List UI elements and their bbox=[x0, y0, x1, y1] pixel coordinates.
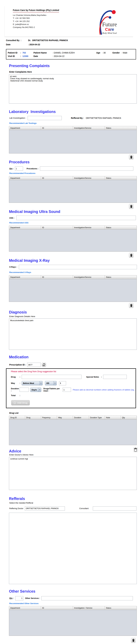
lab-clear-button[interactable] bbox=[129, 155, 134, 160]
patient-bar-row-2: Visit ID : 12399 Date : 2024-04-22 bbox=[8, 55, 134, 58]
advice-textarea[interactable]: continue current mgt bbox=[9, 457, 137, 490]
referring-doctor-input[interactable] bbox=[25, 506, 65, 510]
recommended-other-services-link[interactable]: Recommended Other Services bbox=[9, 602, 38, 604]
section-heading-laboratory-investigations: Laboratory Investigations bbox=[9, 110, 139, 114]
column-header-duration-type: Duration Type bbox=[89, 416, 105, 420]
company-phone-2: T: +24 84 225 252 bbox=[13, 20, 59, 23]
other-services-qty-input[interactable] bbox=[15, 596, 23, 600]
way-row: Way : Before Meal ▼ OD ▼ bbox=[11, 381, 136, 385]
visit-id-value: 12399 bbox=[22, 55, 28, 58]
frequency-select[interactable]: OD ▼ bbox=[45, 381, 57, 385]
consulted-by-label: Consulted By : bbox=[6, 39, 28, 42]
drug-list-delete-button[interactable] bbox=[133, 447, 138, 452]
complaints-label: Enter Complaints Here bbox=[9, 71, 139, 73]
other-services-qty-label: Qty : bbox=[9, 597, 14, 599]
recommended-lab-testings-link[interactable]: Recommended Lab Testings bbox=[9, 122, 36, 124]
procedures-table-body bbox=[9, 180, 136, 202]
xray-clear-button[interactable] bbox=[129, 303, 134, 308]
duration-label: Duration : bbox=[11, 388, 20, 392]
meal-timing-value: Before Meal bbox=[22, 381, 39, 385]
company-phone-1: T: +24 82 593 593 bbox=[13, 17, 59, 20]
uss-table-body bbox=[9, 230, 136, 252]
visit-id-label: Visit ID bbox=[8, 55, 20, 58]
procedures-clear-button[interactable] bbox=[129, 204, 134, 209]
recommended-procedures-link[interactable]: Recommended Procedures bbox=[9, 172, 36, 174]
refresh-icon bbox=[42, 363, 46, 366]
refferals-input-row: Reffering Doctor Consultant bbox=[9, 506, 139, 510]
other-services-table-header: Department ID Investigation / Service St… bbox=[9, 606, 136, 610]
lab-investigation-label: Lab Investingation : bbox=[9, 117, 26, 119]
consult-date-row: Date : 2024-04-22 bbox=[6, 43, 139, 46]
consult-date-value: : 2024-04-22 bbox=[28, 43, 40, 46]
referring-doctor-label: Reffering Doctor bbox=[9, 507, 23, 510]
column-header-id: ID bbox=[41, 176, 73, 180]
total-label: Total bbox=[11, 394, 20, 396]
lab-table-body bbox=[9, 130, 136, 153]
company-email: E: jude@future.sc bbox=[13, 23, 59, 26]
duration-unit-select[interactable]: Day/s ▼ bbox=[30, 388, 42, 392]
consultation-page: Future Care by Future Holdings (Pty) Lim… bbox=[0, 0, 139, 644]
patient-id-value: 763 bbox=[22, 52, 26, 54]
drug-row: Drug : Special Notes : bbox=[11, 375, 136, 379]
column-header-department: Department bbox=[9, 226, 41, 229]
procedures-qty-input[interactable] bbox=[15, 166, 23, 171]
prescription-refresh-button[interactable] bbox=[42, 363, 46, 367]
lab-trash-row bbox=[0, 155, 137, 160]
special-notes-label: Special Notes bbox=[86, 376, 99, 378]
other-services-clear-button[interactable] bbox=[131, 638, 136, 643]
section-heading-other-services: Other Services bbox=[9, 589, 139, 594]
column-header-duration: Duration bbox=[73, 416, 89, 420]
drug-list-table: Drug ID Drug Fequency Way Duration Durat… bbox=[9, 416, 137, 445]
company-info: Future Care by Future Holdings (Pty) Lim… bbox=[13, 9, 59, 35]
way-qty-input[interactable] bbox=[59, 381, 66, 385]
column-header-frequency: Fequency bbox=[41, 416, 57, 420]
prescription-row: Prescription ID : bbox=[9, 363, 139, 367]
procedures-input[interactable] bbox=[40, 166, 133, 171]
special-notes-input[interactable] bbox=[103, 375, 127, 379]
diagnosis-textarea[interactable]: Musculoskeletal chest pain bbox=[9, 318, 137, 350]
trash-icon bbox=[130, 304, 132, 307]
column-header-department: Department bbox=[9, 126, 41, 130]
add-drug-label: Add Drug bbox=[17, 402, 27, 404]
uss-trash-row bbox=[0, 253, 137, 258]
other-services-label: Other Services : bbox=[25, 597, 40, 599]
consultant-input[interactable] bbox=[93, 506, 136, 510]
uss-input[interactable] bbox=[16, 216, 136, 220]
meal-timing-select[interactable]: Before Meal ▼ bbox=[22, 381, 42, 385]
recommended-xray-link[interactable]: Recommended X-Rays bbox=[9, 271, 31, 274]
trash-icon bbox=[130, 254, 132, 257]
column-header-department: Department bbox=[9, 606, 41, 610]
uss-label: USS : bbox=[9, 217, 14, 219]
drug-input[interactable] bbox=[22, 375, 82, 379]
recommended-uss-link[interactable]: Recommended USS bbox=[9, 222, 28, 224]
refferals-sub-label: Select the needed Refferal bbox=[9, 502, 139, 504]
column-header-investigation-service: Investigation/Service bbox=[73, 126, 105, 130]
xray-input[interactable] bbox=[19, 265, 137, 269]
section-heading-advice: Advice bbox=[9, 449, 21, 453]
column-header-status: Status bbox=[105, 126, 136, 130]
referred-by-value: ORITSETSETOS RAPHAEL PINNICK bbox=[86, 117, 121, 119]
section-heading-refferals: Refferals bbox=[9, 496, 139, 501]
drug-list-label: Drug List bbox=[9, 412, 139, 414]
frequency-value: OD bbox=[45, 381, 53, 385]
section-heading-ultrasound: Medical Imaging Ultra Sound bbox=[9, 210, 139, 214]
procedures-trash-row bbox=[0, 204, 137, 209]
total-row: Total : bbox=[11, 394, 136, 396]
lab-investigation-input[interactable] bbox=[28, 116, 62, 120]
uss-clear-button[interactable] bbox=[129, 253, 134, 258]
add-drug-button[interactable]: + Add Drug bbox=[11, 400, 30, 406]
decimal-note: Please add as decimal numbers when addin… bbox=[73, 389, 136, 391]
refferal-listbox[interactable] bbox=[9, 513, 137, 584]
other-services-input[interactable] bbox=[42, 596, 133, 600]
duration-input[interactable] bbox=[20, 388, 29, 392]
patient-id-label: Patient ID bbox=[8, 52, 20, 54]
uss-input-row: USS : bbox=[9, 216, 139, 220]
lab-table: Department ID Investigation/Service Stat… bbox=[9, 126, 137, 154]
per-meal-input[interactable] bbox=[62, 388, 71, 392]
drug-selection-note: Please select the Drug from Drug suggess… bbox=[11, 370, 136, 373]
column-header-department: Department bbox=[9, 276, 41, 279]
column-header-drug: Drug bbox=[25, 416, 41, 420]
prescription-id-input[interactable] bbox=[27, 363, 41, 367]
other-services-input-row: Qty : Other Services : bbox=[9, 596, 139, 600]
complaints-textarea[interactable]: pt seen Chest Xray showed no cardiomegal… bbox=[9, 74, 137, 104]
